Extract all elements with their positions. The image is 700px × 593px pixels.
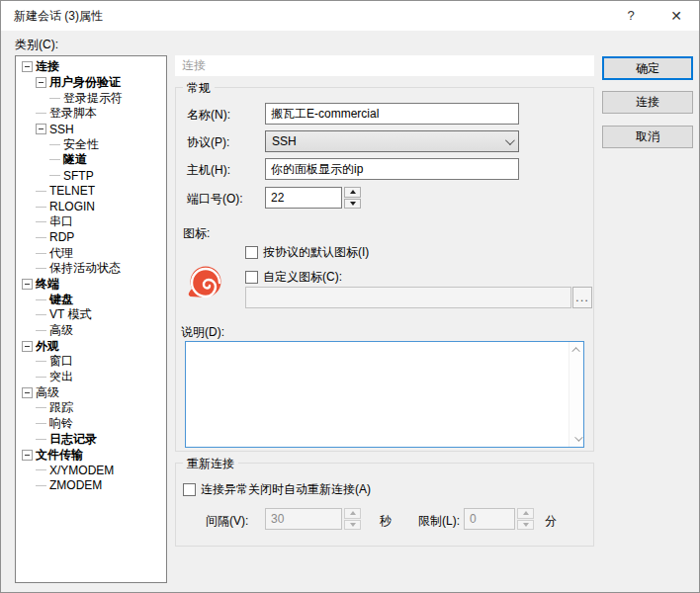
collapse-icon[interactable] <box>36 77 46 88</box>
tree-connector <box>49 98 60 99</box>
tree-item[interactable]: 隧道 <box>16 152 166 168</box>
tree-item-label: 高级 <box>49 322 73 339</box>
protocol-label: 协议(P): <box>187 134 229 151</box>
connect-button[interactable]: 连接 <box>602 91 693 114</box>
tree-item[interactable]: 响铃 <box>16 416 166 432</box>
tree-item[interactable]: 跟踪 <box>16 400 166 416</box>
category-tree[interactable]: 连接用户身份验证登录提示符登录脚本SSH安全性隧道SFTPTELNETRLOGI… <box>15 55 167 583</box>
tree-item-label: 突出 <box>49 369 73 385</box>
tree-item[interactable]: 用户身份验证 <box>16 75 166 91</box>
spin-down-button <box>517 520 534 531</box>
tree-item[interactable]: 安全性 <box>16 136 166 152</box>
triangle-up-icon <box>350 511 356 515</box>
tree-item-label: 登录提示符 <box>63 90 123 107</box>
tree-item-label: TELNET <box>49 184 95 198</box>
collapse-icon[interactable] <box>22 61 33 72</box>
tree-item[interactable]: 突出 <box>16 370 166 385</box>
tree-item[interactable]: 终端 <box>16 277 166 293</box>
default-icon-option[interactable]: 按协议的默认图标(I) <box>245 244 369 261</box>
host-input[interactable] <box>265 158 519 180</box>
tree-connector <box>36 485 46 486</box>
custom-icon-path-input <box>245 287 571 308</box>
tree-item-label: 外观 <box>36 338 59 355</box>
tree-item[interactable]: RDP <box>16 230 166 246</box>
tree-connector <box>36 268 46 269</box>
tree-item[interactable]: TELNET <box>16 184 166 200</box>
tree-item[interactable]: ZMODEM <box>16 478 166 494</box>
description-input[interactable] <box>186 342 568 447</box>
minus-glyph <box>25 66 30 67</box>
interval-label: 间隔(V): <box>206 513 248 530</box>
spin-down-button[interactable] <box>344 199 361 210</box>
tree-item[interactable]: VT 模式 <box>16 307 166 323</box>
collapse-icon[interactable] <box>22 279 33 290</box>
collapse-icon[interactable] <box>36 124 46 134</box>
tree-connector <box>36 439 46 440</box>
collapse-icon[interactable] <box>22 341 33 352</box>
tree-item[interactable]: 文件传输 <box>16 447 166 463</box>
tree-item[interactable]: 外观 <box>16 338 166 354</box>
tree-item[interactable]: 登录脚本 <box>16 106 166 122</box>
tree-item[interactable]: 日志记录 <box>16 432 166 448</box>
spin-up-button[interactable] <box>344 187 361 198</box>
tree-connector <box>36 361 46 362</box>
help-icon[interactable]: ? <box>614 1 648 31</box>
port-input[interactable] <box>265 187 342 209</box>
default-icon-checkbox[interactable] <box>245 246 258 259</box>
auto-reconnect-option[interactable]: 连接异常关闭时自动重新连接(A) <box>183 481 371 498</box>
name-input[interactable] <box>265 103 519 125</box>
auto-reconnect-checkbox[interactable] <box>183 483 196 496</box>
tree-item[interactable]: 窗口 <box>16 354 166 370</box>
tree-item-label: 响铃 <box>49 415 73 432</box>
tree-item-label: X/YMODEM <box>49 464 114 477</box>
tree-item[interactable]: SSH <box>16 122 166 137</box>
minus-glyph <box>25 346 30 347</box>
tree-item-label: RDP <box>49 230 74 244</box>
chevron-down-icon <box>505 135 515 145</box>
cancel-button[interactable]: 取消 <box>602 126 693 148</box>
close-icon[interactable]: ✕ <box>659 1 693 31</box>
custom-icon-checkbox[interactable] <box>245 271 258 284</box>
tree-item[interactable]: 高级 <box>16 323 166 339</box>
tree-item[interactable]: 高级 <box>16 384 166 400</box>
tree-item[interactable]: X/YMODEM <box>16 463 166 478</box>
tree-item-label: ZMODEM <box>49 478 102 492</box>
tree-item[interactable]: 代理 <box>16 245 166 261</box>
description-label: 说明(D): <box>181 324 224 341</box>
custom-icon-option[interactable]: 自定义图标(C): <box>245 269 342 286</box>
browse-icon-button[interactable]: ... <box>572 287 592 308</box>
page-title: 连接 <box>175 55 594 76</box>
tree-connector <box>36 207 46 208</box>
protocol-select[interactable]: SSH <box>265 130 519 152</box>
tree-item-label: 键盘 <box>49 292 73 308</box>
tree-item[interactable]: 连接 <box>16 59 166 75</box>
tree-item[interactable]: 保持活动状态 <box>16 261 166 277</box>
port-stepper[interactable] <box>344 187 361 209</box>
ok-button[interactable]: 确定 <box>602 56 693 80</box>
tree-item[interactable]: 登录提示符 <box>16 90 166 106</box>
tree-item[interactable]: 串口 <box>16 214 166 230</box>
tree-item-label: 保持活动状态 <box>49 260 121 277</box>
tree-item-label: 串口 <box>49 213 73 230</box>
tree-item-label: SSH <box>49 123 74 136</box>
scroll-up-button[interactable] <box>569 342 584 358</box>
vertical-scrollbar[interactable] <box>569 342 583 447</box>
window-title: 新建会话 (3)属性 <box>14 1 103 31</box>
minus-glyph <box>39 82 44 83</box>
collapse-icon[interactable] <box>22 387 33 398</box>
tree-connector <box>36 299 46 300</box>
scroll-down-button[interactable] <box>569 431 584 447</box>
tree-item-label: 连接 <box>36 58 59 75</box>
interval-input <box>265 508 342 530</box>
auto-reconnect-checkbox-label: 连接异常关闭时自动重新连接(A) <box>201 481 371 498</box>
tree-item[interactable]: SFTP <box>16 168 166 184</box>
minus-glyph <box>25 392 30 393</box>
tree-connector <box>36 113 46 114</box>
tree-item[interactable]: RLOGIN <box>16 199 166 214</box>
limit-label: 限制(L): <box>418 513 460 530</box>
collapse-icon[interactable] <box>22 450 33 461</box>
interval-stepper <box>344 508 361 530</box>
tree-item-label: 终端 <box>36 276 59 293</box>
tree-item[interactable]: 键盘 <box>16 292 166 307</box>
triangle-down-icon <box>523 523 529 527</box>
